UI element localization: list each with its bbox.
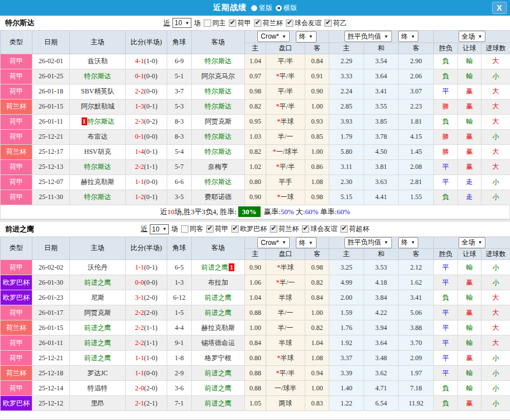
filter-bar: 近10▼场同客荷甲欧罗巴杯荷兰杯球会友谊荷超杯: [141, 224, 369, 234]
league-checkbox-label: 荷甲: [238, 18, 251, 28]
cell-odds-home: 1.05: [245, 396, 266, 411]
cell-avg-home: 4.99: [329, 275, 364, 290]
league-checkbox-label: 球会友谊: [310, 224, 337, 234]
recent-link[interactable]: 近: [141, 224, 148, 234]
cell-result-wdl: 平: [434, 159, 458, 174]
league-checkbox[interactable]: [302, 225, 309, 233]
cell-result-goals: 小: [481, 381, 510, 396]
team-name-title: 前进之鹰: [0, 224, 34, 234]
sub-col-odds-away: 客: [305, 43, 329, 54]
avg-dropdown[interactable]: 胜平负均值: [344, 31, 392, 42]
cell-score: 0-1(0-0): [126, 69, 167, 84]
radio-vertical-layout[interactable]: [251, 5, 257, 11]
home-team-name: 特尔斯达: [84, 72, 111, 80]
radio-horizontal-label[interactable]: 横版: [284, 3, 297, 13]
cell-result-goals: 大: [481, 320, 510, 336]
match-table-telstar: 类型 日期 主场 比分(半场) 角球 客场 Crow* 终 胜平负均值 终 全场: [0, 30, 510, 205]
cell-date: 25-12-21: [32, 351, 70, 366]
league-checkbox-label: 欧罗巴杯: [240, 224, 267, 234]
handicap-rate-label: 赢率:: [264, 207, 281, 216]
cell-corner: 2-9: [167, 366, 192, 381]
sub-col-odds-home: 主: [245, 43, 266, 54]
fulltime-dropdown[interactable]: 全场: [459, 31, 486, 42]
league-checkbox[interactable]: [325, 20, 332, 27]
match-row: 荷甲26-02-02沃伦丹1-1(0-1)6-5前进之鹰10.90*半球0.98…: [1, 260, 510, 275]
summary-row: 近10场,胜3平3负4, 胜率:30% 赢率:50% 大:60% 单率:60%: [0, 205, 510, 219]
avg-dropdown[interactable]: 胜平负均值: [344, 237, 392, 248]
cell-away-team: 前进之鹰: [192, 366, 245, 381]
cell-odds-home: 1.04: [245, 54, 266, 69]
league-checkbox-label: 荷甲: [215, 224, 228, 234]
summary-record: 场,胜3平3负4, 胜率:: [174, 207, 237, 216]
home-team-name: 特尔斯达: [84, 163, 111, 171]
league-checkbox[interactable]: [232, 225, 239, 233]
half-time-score: (0-0): [144, 133, 158, 140]
league-checkbox[interactable]: [254, 20, 262, 27]
bookmaker-dropdown[interactable]: Crow*: [257, 237, 290, 248]
match-count-select[interactable]: 10▼: [150, 224, 169, 234]
half-time-score: (0-0): [144, 279, 158, 286]
radio-horizontal-layout[interactable]: [276, 5, 282, 11]
cell-score: 0-0(0-0): [126, 275, 167, 290]
cell-odds-away: 1.04: [305, 336, 329, 351]
league-checkbox[interactable]: [270, 225, 277, 233]
cell-result-wdl: 勝: [434, 99, 458, 114]
half-time-score: (2-0): [144, 294, 158, 301]
away-team-name: 前进之鹰: [205, 309, 232, 317]
cell-result-goals: 小: [481, 129, 510, 144]
same-venue-checkbox[interactable]: [204, 20, 211, 27]
recent-link[interactable]: 近: [163, 18, 170, 28]
handicap-change-star: *: [276, 279, 280, 286]
col-score: 比分(半场): [126, 31, 167, 54]
close-icon[interactable]: X: [492, 2, 507, 14]
match-count-select[interactable]: 10▼: [172, 18, 191, 28]
same-venue-checkbox[interactable]: [181, 225, 188, 233]
cell-odds-away: 1.00: [305, 99, 329, 114]
cell-result-goals: 小: [481, 351, 510, 366]
away-team-name: 特尔斯达: [205, 133, 232, 140]
full-time-score: 2-1: [135, 399, 144, 407]
cell-result-goals: 小: [481, 190, 510, 205]
cell-odds-home: 0.84: [245, 336, 266, 351]
cell-result-wdl: 負: [434, 381, 458, 396]
avg-stage-dropdown[interactable]: 终: [398, 31, 419, 42]
league-checkbox[interactable]: [229, 20, 237, 27]
cell-handicap: 平/半: [266, 84, 305, 99]
cell-odds-home: 0.98: [245, 84, 266, 99]
cell-odds-away: 0.84: [305, 54, 329, 69]
cell-score: 2-1(2-1): [126, 396, 167, 411]
league-checkbox[interactable]: [206, 225, 214, 233]
half-time-score: (0-1): [144, 263, 158, 271]
cell-result-goals: 小: [481, 396, 510, 411]
radio-vertical-label[interactable]: 竖版: [259, 3, 272, 13]
cell-corner: 9-1: [167, 336, 192, 351]
cell-result-wdl: 平: [434, 366, 458, 381]
full-time-score: 2-2: [135, 339, 144, 347]
cell-score: 2-2(0-0): [126, 84, 167, 99]
cell-result-wdl: 平: [434, 84, 458, 99]
cell-result-handicap: 輸: [458, 366, 481, 381]
filter-bar: 近10▼场同主荷甲荷兰杯球会友谊荷乙: [163, 18, 346, 28]
league-checkbox[interactable]: [286, 20, 294, 27]
cell-avg-home: 5.15: [329, 190, 364, 205]
cell-avg-home: 3.39: [329, 366, 364, 381]
cell-avg-draw: 3.41: [364, 84, 399, 99]
full-time-score: 2-2: [135, 309, 144, 317]
cell-date: 26-01-18: [32, 84, 70, 99]
bookmaker-dropdown[interactable]: Crow*: [257, 31, 290, 42]
odds-stage-dropdown[interactable]: 终: [296, 237, 317, 248]
avg-stage-dropdown[interactable]: 终: [398, 237, 419, 248]
fulltime-dropdown[interactable]: 全场: [459, 237, 486, 248]
cell-home-team: 前进之鹰: [70, 351, 126, 366]
full-time-score: 0-1: [135, 72, 144, 80]
cell-odds-home: 1.04: [245, 290, 266, 305]
cell-score: 2-3(0-2): [126, 114, 167, 129]
col-corner: 角球: [167, 237, 192, 260]
cell-odds-home: 0.80: [245, 351, 266, 366]
cell-league: 荷甲: [1, 336, 32, 351]
match-row: 荷甲26-01-11前进之鹰2-2(1-1)9-1锡塔德命运0.84半球1.04…: [1, 336, 510, 351]
half-time-score: (1-1): [144, 163, 158, 171]
away-team-name: 前进之鹰: [201, 263, 228, 271]
odds-stage-dropdown[interactable]: 终: [296, 31, 317, 43]
league-checkbox[interactable]: [341, 225, 348, 233]
